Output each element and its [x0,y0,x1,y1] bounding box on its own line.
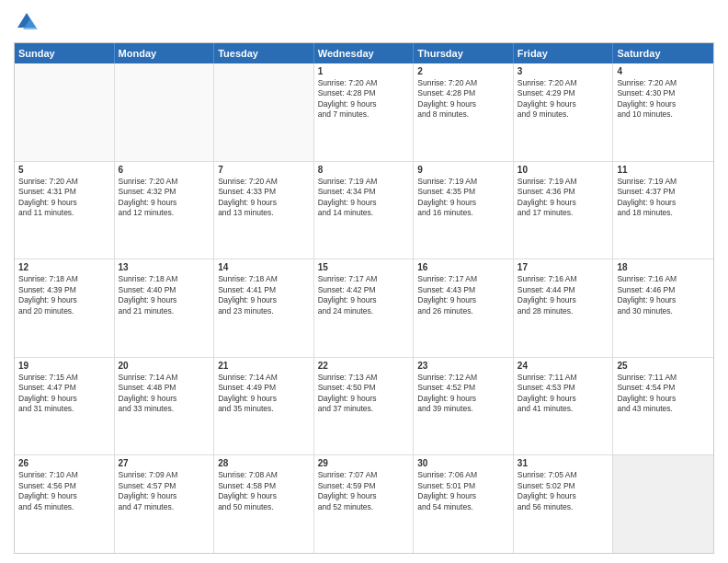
calendar-cell-day-18: 18Sunrise: 7:16 AMSunset: 4:46 PMDayligh… [613,259,713,357]
day-number: 12 [18,262,110,272]
cell-info: Sunrise: 7:11 AMSunset: 4:53 PMDaylight:… [518,373,609,415]
logo-icon [14,9,40,35]
day-number: 8 [318,165,410,175]
calendar-cell-day-6: 6Sunrise: 7:20 AMSunset: 4:32 PMDaylight… [115,162,215,259]
cell-info: Sunrise: 7:06 AMSunset: 5:01 PMDaylight:… [417,470,509,512]
day-number: 26 [18,458,110,468]
header-day-thursday: Thursday [414,43,514,63]
calendar-cell-day-15: 15Sunrise: 7:17 AMSunset: 4:42 PMDayligh… [314,259,415,357]
calendar-cell-day-31: 31Sunrise: 7:05 AMSunset: 5:02 PMDayligh… [514,455,614,553]
day-number: 4 [617,66,710,76]
day-number: 15 [318,262,410,272]
calendar-cell-day-27: 27Sunrise: 7:09 AMSunset: 4:57 PMDayligh… [115,455,215,553]
calendar-cell-day-21: 21Sunrise: 7:14 AMSunset: 4:49 PMDayligh… [214,358,314,455]
calendar-cell-day-10: 10Sunrise: 7:19 AMSunset: 4:36 PMDayligh… [514,162,614,259]
calendar-cell-empty [15,63,115,161]
cell-info: Sunrise: 7:15 AMSunset: 4:47 PMDaylight:… [18,373,110,415]
day-number: 11 [617,165,710,175]
cell-info: Sunrise: 7:16 AMSunset: 4:46 PMDaylight:… [617,274,710,316]
day-number: 31 [518,458,609,468]
day-number: 19 [18,361,110,371]
calendar-cell-day-8: 8Sunrise: 7:19 AMSunset: 4:34 PMDaylight… [314,162,415,259]
cell-info: Sunrise: 7:18 AMSunset: 4:39 PMDaylight:… [18,274,110,316]
cell-info: Sunrise: 7:20 AMSunset: 4:28 PMDaylight:… [417,78,509,121]
cell-info: Sunrise: 7:20 AMSunset: 4:30 PMDaylight:… [617,78,710,121]
cell-info: Sunrise: 7:17 AMSunset: 4:42 PMDaylight:… [318,274,410,316]
cell-info: Sunrise: 7:18 AMSunset: 4:40 PMDaylight:… [119,274,210,316]
calendar-cell-day-25: 25Sunrise: 7:11 AMSunset: 4:54 PMDayligh… [613,358,713,455]
calendar-cell-day-9: 9Sunrise: 7:19 AMSunset: 4:35 PMDaylight… [414,162,514,259]
calendar-cell-day-11: 11Sunrise: 7:19 AMSunset: 4:37 PMDayligh… [613,162,713,259]
calendar-cell-day-23: 23Sunrise: 7:12 AMSunset: 4:52 PMDayligh… [414,358,514,455]
day-number: 30 [417,458,509,468]
calendar-cell-empty [115,63,215,161]
header-day-friday: Friday [514,43,614,63]
day-number: 9 [417,165,509,175]
day-number: 10 [518,165,609,175]
day-number: 16 [417,262,509,272]
calendar-cell-day-5: 5Sunrise: 7:20 AMSunset: 4:31 PMDaylight… [15,162,115,259]
cell-info: Sunrise: 7:14 AMSunset: 4:49 PMDaylight:… [218,373,310,415]
calendar-cell-empty [214,63,314,161]
calendar-page: SundayMondayTuesdayWednesdayThursdayFrid… [0,0,728,563]
calendar-cell-day-7: 7Sunrise: 7:20 AMSunset: 4:33 PMDaylight… [214,162,314,259]
day-number: 1 [318,66,410,76]
calendar-cell-day-29: 29Sunrise: 7:07 AMSunset: 4:59 PMDayligh… [314,455,415,553]
day-number: 20 [119,361,210,371]
day-number: 3 [518,66,609,76]
day-number: 22 [318,361,410,371]
day-number: 25 [617,361,710,371]
cell-info: Sunrise: 7:16 AMSunset: 4:44 PMDaylight:… [518,274,609,316]
cell-info: Sunrise: 7:20 AMSunset: 4:33 PMDaylight:… [218,177,310,219]
day-number: 28 [218,458,310,468]
cell-info: Sunrise: 7:19 AMSunset: 4:34 PMDaylight:… [318,177,410,219]
day-number: 6 [119,165,210,175]
day-number: 18 [617,262,710,272]
cell-info: Sunrise: 7:20 AMSunset: 4:31 PMDaylight:… [18,177,110,219]
cell-info: Sunrise: 7:19 AMSunset: 4:36 PMDaylight:… [518,177,609,219]
header-day-monday: Monday [115,43,215,63]
cell-info: Sunrise: 7:19 AMSunset: 4:35 PMDaylight:… [417,177,509,219]
cell-info: Sunrise: 7:20 AMSunset: 4:28 PMDaylight:… [318,78,410,121]
day-number: 14 [218,262,310,272]
calendar-week-2: 5Sunrise: 7:20 AMSunset: 4:31 PMDaylight… [15,162,713,260]
cell-info: Sunrise: 7:17 AMSunset: 4:43 PMDaylight:… [417,274,509,316]
calendar-cell-day-24: 24Sunrise: 7:11 AMSunset: 4:53 PMDayligh… [514,358,614,455]
day-number: 27 [119,458,210,468]
header-day-wednesday: Wednesday [314,43,415,63]
cell-info: Sunrise: 7:18 AMSunset: 4:41 PMDaylight:… [218,274,310,316]
cell-info: Sunrise: 7:08 AMSunset: 4:58 PMDaylight:… [218,470,310,512]
day-number: 5 [18,165,110,175]
day-number: 7 [218,165,310,175]
cell-info: Sunrise: 7:05 AMSunset: 5:02 PMDaylight:… [518,470,609,512]
calendar-cell-day-28: 28Sunrise: 7:08 AMSunset: 4:58 PMDayligh… [214,455,314,553]
calendar-week-4: 19Sunrise: 7:15 AMSunset: 4:47 PMDayligh… [15,358,713,456]
day-number: 17 [518,262,609,272]
calendar-week-3: 12Sunrise: 7:18 AMSunset: 4:39 PMDayligh… [15,259,713,358]
day-number: 2 [417,66,509,76]
cell-info: Sunrise: 7:10 AMSunset: 4:56 PMDaylight:… [18,470,110,512]
calendar-cell-day-14: 14Sunrise: 7:18 AMSunset: 4:41 PMDayligh… [214,259,314,357]
cell-info: Sunrise: 7:20 AMSunset: 4:32 PMDaylight:… [119,177,210,219]
header-day-tuesday: Tuesday [214,43,314,63]
cell-info: Sunrise: 7:20 AMSunset: 4:29 PMDaylight:… [518,78,609,121]
calendar-cell-day-13: 13Sunrise: 7:18 AMSunset: 4:40 PMDayligh… [115,259,215,357]
calendar-cell-day-22: 22Sunrise: 7:13 AMSunset: 4:50 PMDayligh… [314,358,415,455]
header-day-sunday: Sunday [15,43,115,63]
day-number: 21 [218,361,310,371]
calendar-cell-empty [613,455,713,553]
cell-info: Sunrise: 7:12 AMSunset: 4:52 PMDaylight:… [417,373,509,415]
calendar-cell-day-19: 19Sunrise: 7:15 AMSunset: 4:47 PMDayligh… [15,358,115,455]
calendar-body: 1Sunrise: 7:20 AMSunset: 4:28 PMDaylight… [15,63,713,553]
cell-info: Sunrise: 7:07 AMSunset: 4:59 PMDaylight:… [318,470,410,512]
cell-info: Sunrise: 7:13 AMSunset: 4:50 PMDaylight:… [318,373,410,415]
calendar-cell-day-2: 2Sunrise: 7:20 AMSunset: 4:28 PMDaylight… [414,63,514,161]
header-day-saturday: Saturday [613,43,713,63]
logo [14,9,43,35]
calendar-week-5: 26Sunrise: 7:10 AMSunset: 4:56 PMDayligh… [15,455,713,553]
day-number: 23 [417,361,509,371]
calendar-grid: SundayMondayTuesdayWednesdayThursdayFrid… [14,42,714,554]
day-number: 24 [518,361,609,371]
calendar-cell-day-26: 26Sunrise: 7:10 AMSunset: 4:56 PMDayligh… [15,455,115,553]
calendar-cell-day-17: 17Sunrise: 7:16 AMSunset: 4:44 PMDayligh… [514,259,614,357]
